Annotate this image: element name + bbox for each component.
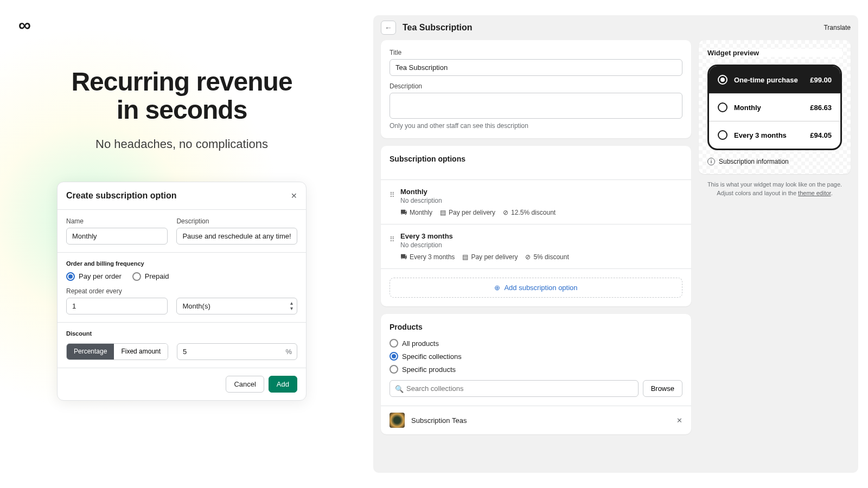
collection-row: Subscription Teas ✕ bbox=[381, 406, 691, 434]
discount-value-input[interactable] bbox=[177, 343, 297, 360]
admin-desc-label: Description bbox=[390, 82, 682, 90]
option-billing: Pay per delivery bbox=[471, 253, 518, 261]
create-subscription-modal: Create subscription option ✕ Name Descri… bbox=[57, 182, 307, 401]
widget-caption: This is what your widget may look like o… bbox=[699, 181, 851, 198]
widget-option-price: £86.63 bbox=[810, 104, 832, 112]
drag-handle-icon[interactable]: ⠿ bbox=[390, 191, 395, 199]
search-icon: 🔍 bbox=[395, 384, 404, 393]
widget-option-label: Every 3 months bbox=[734, 131, 787, 139]
drag-handle-icon[interactable]: ⠿ bbox=[390, 235, 395, 243]
frequency-section-label: Order and billing frequency bbox=[66, 260, 297, 267]
percent-suffix: % bbox=[285, 348, 292, 356]
option-freq: Every 3 months bbox=[410, 253, 455, 261]
admin-desc-textarea[interactable] bbox=[390, 93, 682, 119]
specific-collections-label: Specific collections bbox=[402, 352, 462, 361]
receipt-icon: ▤ bbox=[462, 253, 468, 261]
prepaid-label: Prepaid bbox=[145, 272, 169, 280]
browse-button[interactable]: Browse bbox=[643, 380, 682, 397]
percentage-segment[interactable]: Percentage bbox=[67, 344, 114, 359]
plus-circle-icon: ⊕ bbox=[494, 284, 500, 292]
widget-option-label: One-time purchase bbox=[734, 76, 798, 84]
option-subtitle: No description bbox=[400, 241, 682, 249]
specific-products-label: Specific products bbox=[402, 365, 456, 374]
page-title: Tea Subscription bbox=[403, 23, 473, 33]
widget-option-label: Monthly bbox=[734, 104, 761, 112]
option-name: Every 3 months bbox=[400, 232, 682, 240]
widget-preview-heading: Widget preview bbox=[707, 49, 842, 57]
radio-icon bbox=[718, 130, 727, 140]
all-products-label: All products bbox=[402, 339, 439, 348]
pay-per-order-radio[interactable]: Pay per order bbox=[66, 272, 122, 281]
subscription-info-label: Subscription information bbox=[719, 158, 789, 165]
truck-icon: ⛟ bbox=[400, 253, 407, 261]
option-subtitle: No description bbox=[400, 197, 682, 204]
logo: ∞ bbox=[18, 15, 353, 35]
widget-box: One-time purchase £99.00 Monthly £86.63 bbox=[707, 65, 842, 150]
back-button[interactable]: ← bbox=[381, 21, 396, 35]
radio-icon bbox=[718, 102, 727, 112]
radio-icon bbox=[132, 272, 141, 281]
radio-icon bbox=[390, 339, 398, 348]
option-discount: 12.5% discount bbox=[511, 209, 556, 216]
modal-title: Create subscription option bbox=[66, 191, 177, 201]
remove-collection-icon[interactable]: ✕ bbox=[676, 416, 682, 425]
specific-products-radio[interactable]: Specific products bbox=[390, 365, 682, 374]
description-label: Description bbox=[176, 217, 297, 225]
description-input[interactable] bbox=[176, 228, 297, 245]
widget-option-price: £94.05 bbox=[810, 131, 832, 139]
specific-collections-radio[interactable]: Specific collections bbox=[390, 352, 682, 361]
widget-option[interactable]: One-time purchase £99.00 bbox=[709, 66, 840, 93]
repeat-unit-select[interactable] bbox=[176, 298, 297, 314]
repeat-value-input[interactable] bbox=[66, 298, 168, 314]
option-discount: 5% discount bbox=[533, 253, 569, 261]
widget-option[interactable]: Monthly £86.63 bbox=[709, 93, 840, 121]
admin-desc-help: Only you and other staff can see this de… bbox=[390, 122, 682, 130]
radio-selected-icon bbox=[718, 75, 727, 85]
translate-link[interactable]: Translate bbox=[824, 24, 851, 31]
all-products-radio[interactable]: All products bbox=[390, 339, 682, 348]
collection-name: Subscription Teas bbox=[411, 416, 467, 425]
prepaid-radio[interactable]: Prepaid bbox=[132, 272, 169, 281]
radio-selected-icon bbox=[390, 352, 398, 361]
search-collections-input[interactable] bbox=[390, 380, 639, 397]
add-button[interactable]: Add bbox=[269, 376, 297, 393]
radio-selected-icon bbox=[66, 272, 75, 281]
close-icon[interactable]: ✕ bbox=[291, 191, 297, 200]
discount-icon: ⊘ bbox=[503, 209, 508, 216]
name-label: Name bbox=[66, 217, 168, 225]
option-freq: Monthly bbox=[410, 209, 432, 216]
pay-per-order-label: Pay per order bbox=[79, 272, 122, 280]
truck-icon: ⛟ bbox=[400, 209, 407, 216]
option-billing: Pay per delivery bbox=[449, 209, 495, 216]
cancel-button[interactable]: Cancel bbox=[226, 376, 264, 393]
options-heading: Subscription options bbox=[390, 155, 682, 163]
fixed-amount-segment[interactable]: Fixed amount bbox=[114, 344, 168, 359]
widget-option-price: £99.00 bbox=[810, 76, 832, 84]
admin-title-label: Title bbox=[390, 49, 682, 56]
subscription-info-link[interactable]: i Subscription information bbox=[707, 158, 842, 165]
collection-thumbnail bbox=[390, 413, 405, 428]
option-row[interactable]: ⠿ Monthly No description ⛟Monthly ▤Pay p… bbox=[381, 179, 691, 224]
add-option-label: Add subscription option bbox=[504, 284, 577, 292]
add-subscription-option-button[interactable]: ⊕ Add subscription option bbox=[390, 278, 682, 298]
discount-type-segment: Percentage Fixed amount bbox=[66, 343, 168, 360]
discount-icon: ⊘ bbox=[525, 253, 531, 261]
products-heading: Products bbox=[390, 323, 682, 331]
theme-editor-link[interactable]: theme editor bbox=[798, 190, 831, 196]
option-name: Monthly bbox=[400, 188, 682, 196]
option-row[interactable]: ⠿ Every 3 months No description ⛟Every 3… bbox=[381, 224, 691, 268]
repeat-label: Repeat order every bbox=[66, 287, 297, 295]
admin-title-input[interactable] bbox=[390, 59, 682, 76]
hero-title: Recurring revenuein seconds bbox=[11, 68, 353, 124]
radio-icon bbox=[390, 365, 398, 374]
discount-section-label: Discount bbox=[66, 330, 297, 337]
info-icon: i bbox=[707, 158, 715, 165]
widget-option[interactable]: Every 3 months £94.05 bbox=[709, 121, 840, 149]
receipt-icon: ▤ bbox=[440, 209, 446, 216]
name-input[interactable] bbox=[66, 228, 168, 245]
hero-subtitle: No headaches, no complications bbox=[11, 137, 353, 151]
